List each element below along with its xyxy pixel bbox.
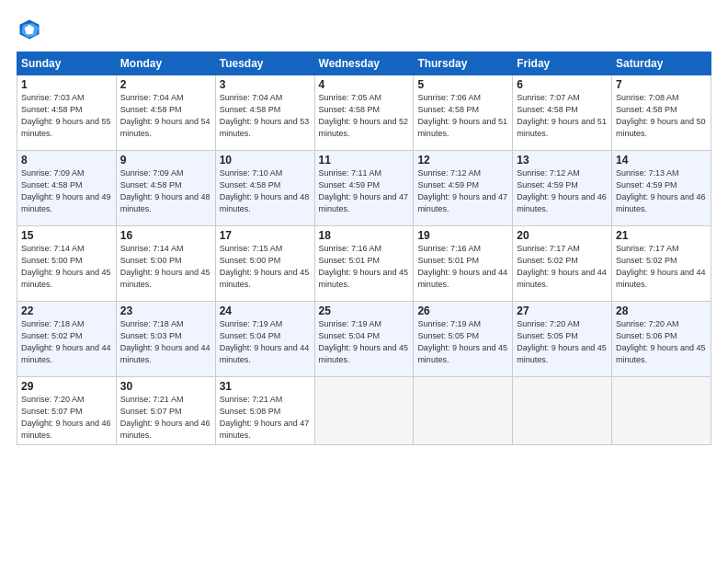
- calendar-cell: 10Sunrise: 7:10 AMSunset: 4:58 PMDayligh…: [215, 151, 314, 226]
- cell-info: Sunrise: 7:18 AMSunset: 5:02 PMDaylight:…: [21, 319, 111, 364]
- calendar-cell: 2Sunrise: 7:04 AMSunset: 4:58 PMDaylight…: [116, 75, 215, 151]
- day-header-monday: Monday: [116, 52, 215, 75]
- day-header-friday: Friday: [513, 52, 612, 75]
- day-number: 3: [220, 78, 311, 91]
- calendar-cell: 4Sunrise: 7:05 AMSunset: 4:58 PMDaylight…: [314, 75, 414, 151]
- day-number: 8: [21, 154, 112, 167]
- day-number: 13: [517, 154, 608, 167]
- calendar-cell: 9Sunrise: 7:09 AMSunset: 4:58 PMDaylight…: [116, 151, 215, 226]
- calendar-cell: 11Sunrise: 7:11 AMSunset: 4:59 PMDayligh…: [314, 151, 414, 226]
- day-number: 18: [319, 229, 410, 242]
- cell-info: Sunrise: 7:20 AMSunset: 5:05 PMDaylight:…: [517, 319, 607, 364]
- day-number: 7: [616, 78, 707, 91]
- calendar-cell: 27Sunrise: 7:20 AMSunset: 5:05 PMDayligh…: [513, 302, 612, 377]
- day-number: 23: [120, 304, 211, 317]
- cell-info: Sunrise: 7:14 AMSunset: 5:00 PMDaylight:…: [21, 244, 111, 289]
- day-number: 4: [319, 78, 410, 91]
- cell-info: Sunrise: 7:16 AMSunset: 5:01 PMDaylight:…: [319, 244, 409, 289]
- day-number: 9: [120, 154, 211, 167]
- day-number: 29: [21, 380, 112, 393]
- day-number: 30: [120, 380, 211, 393]
- header: [17, 17, 711, 42]
- day-number: 12: [417, 154, 508, 167]
- cell-info: Sunrise: 7:04 AMSunset: 4:58 PMDaylight:…: [120, 93, 210, 138]
- day-number: 20: [517, 229, 608, 242]
- day-number: 16: [120, 229, 211, 242]
- cell-info: Sunrise: 7:08 AMSunset: 4:58 PMDaylight:…: [616, 93, 706, 138]
- calendar-cell: 20Sunrise: 7:17 AMSunset: 5:02 PMDayligh…: [513, 226, 612, 302]
- calendar-cell: 15Sunrise: 7:14 AMSunset: 5:00 PMDayligh…: [17, 226, 117, 302]
- cell-info: Sunrise: 7:10 AMSunset: 4:58 PMDaylight:…: [220, 168, 310, 213]
- calendar-cell: 6Sunrise: 7:07 AMSunset: 4:58 PMDaylight…: [513, 75, 612, 151]
- day-number: 21: [616, 229, 707, 242]
- day-number: 24: [220, 304, 311, 317]
- calendar-page: SundayMondayTuesdayWednesdayThursdayFrid…: [0, 0, 728, 563]
- day-number: 19: [417, 229, 508, 242]
- cell-info: Sunrise: 7:14 AMSunset: 5:00 PMDaylight:…: [120, 244, 210, 289]
- logo-icon: [17, 17, 42, 42]
- cell-info: Sunrise: 7:12 AMSunset: 4:59 PMDaylight:…: [517, 168, 607, 213]
- cell-info: Sunrise: 7:11 AMSunset: 4:59 PMDaylight:…: [319, 168, 409, 213]
- cell-info: Sunrise: 7:13 AMSunset: 4:59 PMDaylight:…: [616, 168, 706, 213]
- day-number: 25: [319, 304, 410, 317]
- day-header-saturday: Saturday: [612, 52, 711, 75]
- calendar-cell: [314, 377, 414, 445]
- day-number: 22: [21, 304, 112, 317]
- calendar-cell: 16Sunrise: 7:14 AMSunset: 5:00 PMDayligh…: [116, 226, 215, 302]
- day-number: 11: [319, 154, 410, 167]
- cell-info: Sunrise: 7:19 AMSunset: 5:04 PMDaylight:…: [220, 319, 310, 364]
- cell-info: Sunrise: 7:12 AMSunset: 4:59 PMDaylight:…: [417, 168, 507, 213]
- cell-info: Sunrise: 7:16 AMSunset: 5:01 PMDaylight:…: [417, 244, 507, 289]
- day-number: 1: [21, 78, 112, 91]
- calendar-table: SundayMondayTuesdayWednesdayThursdayFrid…: [17, 52, 711, 445]
- day-number: 15: [21, 229, 112, 242]
- calendar-cell: [612, 377, 711, 445]
- calendar-cell: 30Sunrise: 7:21 AMSunset: 5:07 PMDayligh…: [116, 377, 215, 445]
- calendar-cell: 22Sunrise: 7:18 AMSunset: 5:02 PMDayligh…: [17, 302, 117, 377]
- cell-info: Sunrise: 7:20 AMSunset: 5:07 PMDaylight:…: [21, 395, 111, 440]
- calendar-cell: [414, 377, 513, 445]
- cell-info: Sunrise: 7:15 AMSunset: 5:00 PMDaylight:…: [220, 244, 310, 289]
- calendar-cell: 7Sunrise: 7:08 AMSunset: 4:58 PMDaylight…: [612, 75, 711, 151]
- calendar-cell: 28Sunrise: 7:20 AMSunset: 5:06 PMDayligh…: [612, 302, 711, 377]
- cell-info: Sunrise: 7:21 AMSunset: 5:08 PMDaylight:…: [220, 395, 310, 440]
- cell-info: Sunrise: 7:09 AMSunset: 4:58 PMDaylight:…: [21, 168, 111, 213]
- cell-info: Sunrise: 7:21 AMSunset: 5:07 PMDaylight:…: [120, 395, 210, 440]
- day-header-tuesday: Tuesday: [215, 52, 314, 75]
- calendar-cell: [513, 377, 612, 445]
- cell-info: Sunrise: 7:20 AMSunset: 5:06 PMDaylight:…: [616, 319, 706, 364]
- day-header-wednesday: Wednesday: [314, 52, 414, 75]
- calendar-cell: 17Sunrise: 7:15 AMSunset: 5:00 PMDayligh…: [215, 226, 314, 302]
- day-number: 27: [517, 304, 608, 317]
- cell-info: Sunrise: 7:05 AMSunset: 4:58 PMDaylight:…: [319, 93, 409, 138]
- day-number: 10: [220, 154, 311, 167]
- calendar-cell: 21Sunrise: 7:17 AMSunset: 5:02 PMDayligh…: [612, 226, 711, 302]
- cell-info: Sunrise: 7:17 AMSunset: 5:02 PMDaylight:…: [616, 244, 706, 289]
- cell-info: Sunrise: 7:03 AMSunset: 4:58 PMDaylight:…: [21, 93, 111, 138]
- calendar-cell: 26Sunrise: 7:19 AMSunset: 5:05 PMDayligh…: [414, 302, 513, 377]
- day-number: 5: [417, 78, 508, 91]
- calendar-cell: 23Sunrise: 7:18 AMSunset: 5:03 PMDayligh…: [116, 302, 215, 377]
- calendar-cell: 25Sunrise: 7:19 AMSunset: 5:04 PMDayligh…: [314, 302, 414, 377]
- calendar-cell: 14Sunrise: 7:13 AMSunset: 4:59 PMDayligh…: [612, 151, 711, 226]
- calendar-cell: 18Sunrise: 7:16 AMSunset: 5:01 PMDayligh…: [314, 226, 414, 302]
- calendar-cell: 1Sunrise: 7:03 AMSunset: 4:58 PMDaylight…: [17, 75, 117, 151]
- day-number: 14: [616, 154, 707, 167]
- calendar-cell: 3Sunrise: 7:04 AMSunset: 4:58 PMDaylight…: [215, 75, 314, 151]
- calendar-cell: 31Sunrise: 7:21 AMSunset: 5:08 PMDayligh…: [215, 377, 314, 445]
- day-header-thursday: Thursday: [414, 52, 513, 75]
- cell-info: Sunrise: 7:06 AMSunset: 4:58 PMDaylight:…: [417, 93, 507, 138]
- calendar-cell: 13Sunrise: 7:12 AMSunset: 4:59 PMDayligh…: [513, 151, 612, 226]
- logo: [17, 17, 46, 42]
- cell-info: Sunrise: 7:07 AMSunset: 4:58 PMDaylight:…: [517, 93, 607, 138]
- day-number: 31: [220, 380, 311, 393]
- calendar-cell: 5Sunrise: 7:06 AMSunset: 4:58 PMDaylight…: [414, 75, 513, 151]
- calendar-cell: 8Sunrise: 7:09 AMSunset: 4:58 PMDaylight…: [17, 151, 117, 226]
- calendar-cell: 19Sunrise: 7:16 AMSunset: 5:01 PMDayligh…: [414, 226, 513, 302]
- cell-info: Sunrise: 7:19 AMSunset: 5:04 PMDaylight:…: [319, 319, 409, 364]
- day-number: 6: [517, 78, 608, 91]
- day-number: 26: [417, 304, 508, 317]
- calendar-cell: 24Sunrise: 7:19 AMSunset: 5:04 PMDayligh…: [215, 302, 314, 377]
- cell-info: Sunrise: 7:04 AMSunset: 4:58 PMDaylight:…: [220, 93, 310, 138]
- day-number: 17: [220, 229, 311, 242]
